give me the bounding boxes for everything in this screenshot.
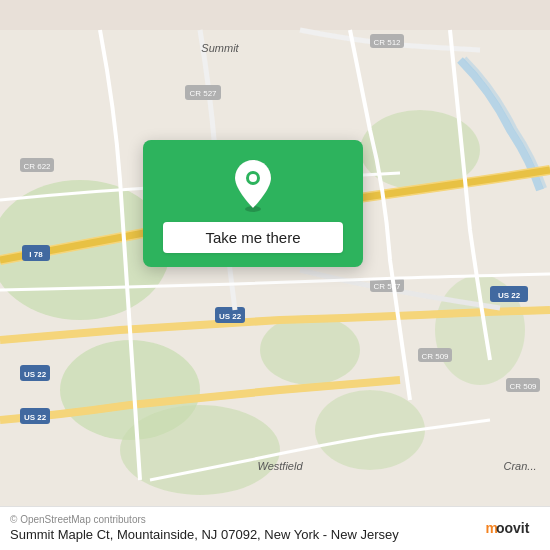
moovit-logo: m oovit — [484, 517, 540, 539]
moovit-logo-svg: m oovit — [484, 517, 540, 539]
map-attribution: © OpenStreetMap contributors — [10, 514, 399, 525]
svg-text:CR 512: CR 512 — [373, 38, 401, 47]
take-me-there-button[interactable]: Take me there — [163, 222, 343, 253]
svg-text:US 22: US 22 — [498, 291, 521, 300]
svg-text:CR 527: CR 527 — [189, 89, 217, 98]
svg-point-6 — [120, 405, 280, 495]
svg-text:CR 509: CR 509 — [509, 382, 537, 391]
svg-text:US 22: US 22 — [219, 312, 242, 321]
svg-text:Westfield: Westfield — [257, 460, 303, 472]
svg-text:US 22: US 22 — [24, 370, 47, 379]
map-container: I 78 I 78 US 22 US 22 US 22 CR 527 CR 51… — [0, 0, 550, 550]
action-card: Take me there — [143, 140, 363, 267]
svg-text:Summit: Summit — [201, 42, 239, 54]
svg-text:CR 577: CR 577 — [373, 282, 401, 291]
svg-text:CR 509: CR 509 — [421, 352, 449, 361]
location-pin-icon — [231, 158, 275, 212]
map-background: I 78 I 78 US 22 US 22 US 22 CR 527 CR 51… — [0, 0, 550, 550]
svg-text:Cran...: Cran... — [503, 460, 536, 472]
svg-point-37 — [249, 174, 257, 182]
svg-text:oovit: oovit — [496, 520, 530, 536]
svg-text:US 22: US 22 — [24, 413, 47, 422]
svg-point-3 — [260, 315, 360, 385]
bottom-bar: © OpenStreetMap contributors Summit Mapl… — [0, 506, 550, 550]
bottom-left-info: © OpenStreetMap contributors Summit Mapl… — [10, 514, 399, 542]
svg-text:CR 622: CR 622 — [23, 162, 51, 171]
svg-text:I 78: I 78 — [29, 250, 43, 259]
address-label: Summit Maple Ct, Mountainside, NJ 07092,… — [10, 527, 399, 542]
